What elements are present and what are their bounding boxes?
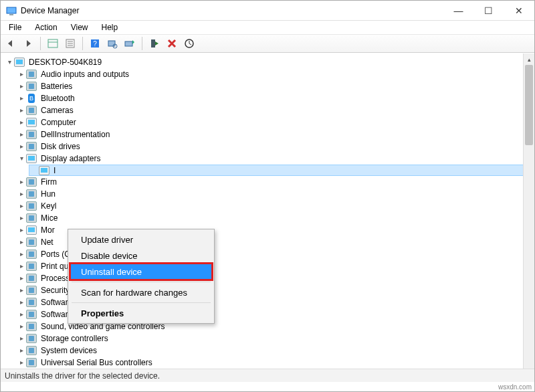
forward-button[interactable] xyxy=(21,36,35,51)
refresh-button[interactable] xyxy=(182,36,197,51)
tree-item[interactable]: ▸Keyl xyxy=(17,200,534,212)
properties-button[interactable] xyxy=(63,36,78,51)
expand-arrow-icon[interactable]: ▸ xyxy=(17,116,26,128)
expand-arrow-icon[interactable]: ▸ xyxy=(17,284,26,296)
collapse-arrow-icon[interactable]: ▾ xyxy=(17,153,26,165)
enable-button[interactable] xyxy=(147,36,162,51)
tree-item[interactable]: ▸Cameras xyxy=(17,104,534,116)
expand-arrow-icon[interactable]: ▸ xyxy=(17,128,26,140)
device-icon xyxy=(26,177,37,187)
expand-arrow-icon[interactable]: ▸ xyxy=(17,308,26,320)
tree-item-selected-device[interactable]: I xyxy=(29,165,534,176)
svg-rect-10 xyxy=(108,41,115,46)
camera-icon xyxy=(26,105,37,116)
tree-item[interactable]: ▸Batteries xyxy=(17,80,534,92)
root-label: DESKTOP-504K819 xyxy=(27,56,103,68)
tree-item[interactable]: ▸BBluetooth xyxy=(17,92,534,104)
ctx-uninstall-device[interactable]: Uninstall device xyxy=(70,264,212,280)
expand-arrow-icon[interactable]: ▸ xyxy=(17,236,26,248)
scroll-up-arrow-icon[interactable]: ▴ xyxy=(524,54,534,65)
device-icon xyxy=(26,189,37,199)
scan-hardware-button[interactable] xyxy=(105,36,120,51)
expand-arrow-icon[interactable]: ▸ xyxy=(17,68,26,80)
display-icon xyxy=(26,153,37,164)
close-button[interactable]: ✕ xyxy=(504,1,534,20)
storage-icon xyxy=(26,333,37,344)
help-button[interactable]: ? xyxy=(88,36,102,51)
tree-item[interactable]: ▸Disk drives xyxy=(17,140,534,153)
expand-arrow-icon[interactable]: ▸ xyxy=(17,272,26,284)
expand-arrow-icon[interactable]: ▸ xyxy=(17,320,26,332)
expand-arrow-icon[interactable]: ▸ xyxy=(17,92,26,104)
ctx-properties[interactable]: Properties xyxy=(70,305,212,321)
menu-help[interactable]: Help xyxy=(96,21,124,33)
expand-arrow-icon[interactable]: ▸ xyxy=(17,296,26,308)
ctx-disable-device[interactable]: Disable device xyxy=(70,248,212,264)
maximize-button[interactable]: ☐ xyxy=(473,1,504,20)
tree-item[interactable]: ▸Audio inputs and outputs xyxy=(17,68,534,80)
expand-arrow-icon[interactable]: ▸ xyxy=(17,188,26,200)
audio-icon xyxy=(26,69,37,80)
tree-item[interactable]: ▸Storage controllers xyxy=(17,332,534,345)
root-node[interactable]: ▾ DESKTOP-504K819 xyxy=(5,56,534,68)
tree-item[interactable]: ▸Hun xyxy=(17,188,534,200)
svg-rect-2 xyxy=(48,39,58,47)
tree-item[interactable]: ▸System devices xyxy=(17,345,534,357)
expand-arrow-icon[interactable]: ▸ xyxy=(17,248,26,260)
toolbar: ? xyxy=(1,34,534,53)
svg-rect-13 xyxy=(151,39,155,47)
expand-arrow-icon[interactable]: ▸ xyxy=(17,357,26,369)
expand-arrow-icon[interactable]: ▸ xyxy=(17,200,26,212)
tree-item[interactable]: ▸Computer xyxy=(17,116,534,128)
computer-icon xyxy=(26,117,37,128)
menu-action[interactable]: Action xyxy=(29,21,62,33)
ctx-separator xyxy=(72,302,211,303)
expand-arrow-icon[interactable]: ▸ xyxy=(17,80,26,92)
mouse-icon xyxy=(26,213,37,223)
menu-view[interactable]: View xyxy=(66,21,94,33)
collapse-arrow-icon[interactable]: ▾ xyxy=(5,56,14,68)
back-button[interactable] xyxy=(3,36,18,51)
tree-item[interactable]: ▸Firm xyxy=(17,176,534,188)
monitor-icon xyxy=(26,225,37,235)
status-text: Uninstalls the driver for the selected d… xyxy=(5,371,160,381)
svg-rect-0 xyxy=(7,7,16,13)
expand-arrow-icon[interactable]: ▸ xyxy=(17,345,26,357)
vertical-scrollbar[interactable]: ▴ ▾ xyxy=(523,54,534,378)
expand-arrow-icon[interactable]: ▸ xyxy=(17,212,26,224)
show-hide-console-button[interactable] xyxy=(45,36,60,51)
expand-arrow-icon[interactable]: ▸ xyxy=(17,140,26,153)
tree-item[interactable]: ▸DellInstrumentation xyxy=(17,128,534,140)
expand-arrow-icon[interactable]: ▸ xyxy=(17,104,26,116)
status-bar: Uninstalls the driver for the selected d… xyxy=(1,369,534,382)
minimize-button[interactable]: — xyxy=(443,1,473,20)
tree-item[interactable]: ▸Universal Serial Bus controllers xyxy=(17,357,534,369)
ctx-separator xyxy=(72,282,211,282)
menu-file[interactable]: File xyxy=(3,21,27,33)
watermark: wsxdn.com xyxy=(498,383,532,391)
ctx-update-driver[interactable]: Update driver xyxy=(70,231,212,248)
port-icon xyxy=(26,249,37,260)
computer-icon xyxy=(14,57,25,68)
expand-arrow-icon[interactable]: ▸ xyxy=(17,224,26,236)
update-driver-button[interactable] xyxy=(122,36,137,51)
disk-icon xyxy=(26,141,37,152)
ctx-scan-hardware[interactable]: Scan for hardware changes xyxy=(70,284,212,300)
scroll-thumb[interactable] xyxy=(525,65,533,145)
tree-item[interactable]: ▸Mice xyxy=(17,212,534,224)
expand-arrow-icon[interactable]: ▸ xyxy=(17,332,26,345)
uninstall-button[interactable] xyxy=(165,36,179,51)
context-menu: Update driver Disable device Uninstall d… xyxy=(68,229,215,324)
menubar: File Action View Help xyxy=(1,21,534,34)
software-icon xyxy=(26,309,37,320)
tree-item-display-adapters[interactable]: ▾Display adapters xyxy=(17,153,534,165)
printer-icon xyxy=(26,261,37,272)
svg-rect-1 xyxy=(9,14,13,15)
network-icon xyxy=(26,237,37,248)
software-icon xyxy=(26,297,37,308)
titlebar: Device Manager — ☐ ✕ xyxy=(1,1,534,21)
expand-arrow-icon[interactable]: ▸ xyxy=(17,260,26,272)
device-icon xyxy=(26,129,37,140)
audio-icon xyxy=(26,321,37,332)
expand-arrow-icon[interactable]: ▸ xyxy=(17,176,26,188)
